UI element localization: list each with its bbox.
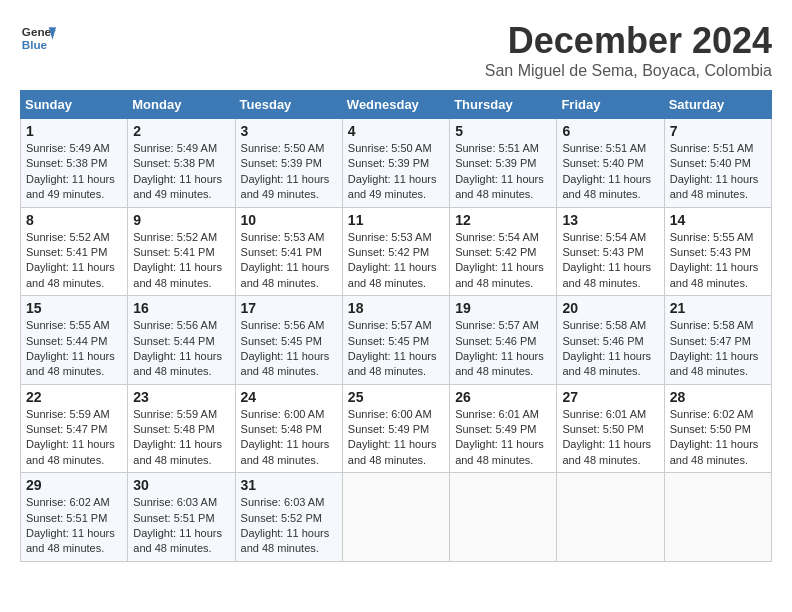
day-number: 21 [670,300,766,316]
calendar-cell: 9 Sunrise: 5:52 AMSunset: 5:41 PMDayligh… [128,207,235,296]
column-header-sunday: Sunday [21,91,128,119]
day-number: 4 [348,123,444,139]
calendar-cell: 1 Sunrise: 5:49 AMSunset: 5:38 PMDayligh… [21,119,128,208]
day-detail: Sunrise: 5:59 AMSunset: 5:48 PMDaylight:… [133,408,222,466]
column-header-friday: Friday [557,91,664,119]
calendar-cell: 21 Sunrise: 5:58 AMSunset: 5:47 PMDaylig… [664,296,771,385]
day-detail: Sunrise: 6:02 AMSunset: 5:51 PMDaylight:… [26,496,115,554]
day-number: 20 [562,300,658,316]
calendar-cell: 10 Sunrise: 5:53 AMSunset: 5:41 PMDaylig… [235,207,342,296]
day-detail: Sunrise: 5:59 AMSunset: 5:47 PMDaylight:… [26,408,115,466]
day-detail: Sunrise: 5:56 AMSunset: 5:44 PMDaylight:… [133,319,222,377]
day-detail: Sunrise: 5:57 AMSunset: 5:45 PMDaylight:… [348,319,437,377]
svg-text:Blue: Blue [22,38,48,51]
calendar-subtitle: San Miguel de Sema, Boyaca, Colombia [485,62,772,80]
day-detail: Sunrise: 5:51 AMSunset: 5:39 PMDaylight:… [455,142,544,200]
calendar-cell: 7 Sunrise: 5:51 AMSunset: 5:40 PMDayligh… [664,119,771,208]
logo: General Blue [20,20,56,56]
day-detail: Sunrise: 6:01 AMSunset: 5:49 PMDaylight:… [455,408,544,466]
day-detail: Sunrise: 6:00 AMSunset: 5:48 PMDaylight:… [241,408,330,466]
logo-icon: General Blue [20,20,56,56]
calendar-cell: 5 Sunrise: 5:51 AMSunset: 5:39 PMDayligh… [450,119,557,208]
calendar-cell: 3 Sunrise: 5:50 AMSunset: 5:39 PMDayligh… [235,119,342,208]
calendar-cell: 29 Sunrise: 6:02 AMSunset: 5:51 PMDaylig… [21,473,128,562]
day-detail: Sunrise: 6:03 AMSunset: 5:51 PMDaylight:… [133,496,222,554]
day-number: 31 [241,477,337,493]
calendar-cell: 23 Sunrise: 5:59 AMSunset: 5:48 PMDaylig… [128,384,235,473]
day-detail: Sunrise: 5:49 AMSunset: 5:38 PMDaylight:… [133,142,222,200]
day-detail: Sunrise: 6:02 AMSunset: 5:50 PMDaylight:… [670,408,759,466]
day-number: 10 [241,212,337,228]
day-number: 2 [133,123,229,139]
day-detail: Sunrise: 6:00 AMSunset: 5:49 PMDaylight:… [348,408,437,466]
calendar-cell: 31 Sunrise: 6:03 AMSunset: 5:52 PMDaylig… [235,473,342,562]
day-detail: Sunrise: 5:50 AMSunset: 5:39 PMDaylight:… [241,142,330,200]
calendar-week-3: 15 Sunrise: 5:55 AMSunset: 5:44 PMDaylig… [21,296,772,385]
calendar-cell: 22 Sunrise: 5:59 AMSunset: 5:47 PMDaylig… [21,384,128,473]
title-section: December 2024 San Miguel de Sema, Boyaca… [485,20,772,80]
calendar-cell: 30 Sunrise: 6:03 AMSunset: 5:51 PMDaylig… [128,473,235,562]
day-detail: Sunrise: 5:52 AMSunset: 5:41 PMDaylight:… [26,231,115,289]
calendar-cell: 8 Sunrise: 5:52 AMSunset: 5:41 PMDayligh… [21,207,128,296]
calendar-cell [342,473,449,562]
calendar-cell: 26 Sunrise: 6:01 AMSunset: 5:49 PMDaylig… [450,384,557,473]
calendar-week-4: 22 Sunrise: 5:59 AMSunset: 5:47 PMDaylig… [21,384,772,473]
calendar-cell: 6 Sunrise: 5:51 AMSunset: 5:40 PMDayligh… [557,119,664,208]
day-number: 12 [455,212,551,228]
calendar-cell: 16 Sunrise: 5:56 AMSunset: 5:44 PMDaylig… [128,296,235,385]
calendar-cell [664,473,771,562]
calendar-table: SundayMondayTuesdayWednesdayThursdayFrid… [20,90,772,562]
day-number: 6 [562,123,658,139]
day-detail: Sunrise: 5:50 AMSunset: 5:39 PMDaylight:… [348,142,437,200]
calendar-cell: 15 Sunrise: 5:55 AMSunset: 5:44 PMDaylig… [21,296,128,385]
day-detail: Sunrise: 5:49 AMSunset: 5:38 PMDaylight:… [26,142,115,200]
calendar-cell: 14 Sunrise: 5:55 AMSunset: 5:43 PMDaylig… [664,207,771,296]
day-detail: Sunrise: 5:55 AMSunset: 5:43 PMDaylight:… [670,231,759,289]
day-detail: Sunrise: 5:51 AMSunset: 5:40 PMDaylight:… [670,142,759,200]
calendar-cell: 27 Sunrise: 6:01 AMSunset: 5:50 PMDaylig… [557,384,664,473]
day-number: 19 [455,300,551,316]
day-number: 14 [670,212,766,228]
calendar-cell: 17 Sunrise: 5:56 AMSunset: 5:45 PMDaylig… [235,296,342,385]
calendar-week-2: 8 Sunrise: 5:52 AMSunset: 5:41 PMDayligh… [21,207,772,296]
calendar-week-5: 29 Sunrise: 6:02 AMSunset: 5:51 PMDaylig… [21,473,772,562]
calendar-cell: 11 Sunrise: 5:53 AMSunset: 5:42 PMDaylig… [342,207,449,296]
day-number: 16 [133,300,229,316]
day-detail: Sunrise: 5:56 AMSunset: 5:45 PMDaylight:… [241,319,330,377]
day-number: 8 [26,212,122,228]
day-detail: Sunrise: 6:03 AMSunset: 5:52 PMDaylight:… [241,496,330,554]
day-number: 17 [241,300,337,316]
column-header-wednesday: Wednesday [342,91,449,119]
day-number: 7 [670,123,766,139]
calendar-cell: 18 Sunrise: 5:57 AMSunset: 5:45 PMDaylig… [342,296,449,385]
day-detail: Sunrise: 5:57 AMSunset: 5:46 PMDaylight:… [455,319,544,377]
calendar-cell: 25 Sunrise: 6:00 AMSunset: 5:49 PMDaylig… [342,384,449,473]
calendar-cell: 2 Sunrise: 5:49 AMSunset: 5:38 PMDayligh… [128,119,235,208]
column-header-saturday: Saturday [664,91,771,119]
day-number: 26 [455,389,551,405]
day-number: 3 [241,123,337,139]
column-header-tuesday: Tuesday [235,91,342,119]
calendar-cell [450,473,557,562]
day-number: 29 [26,477,122,493]
day-number: 27 [562,389,658,405]
day-detail: Sunrise: 5:51 AMSunset: 5:40 PMDaylight:… [562,142,651,200]
day-number: 18 [348,300,444,316]
calendar-cell [557,473,664,562]
day-detail: Sunrise: 5:53 AMSunset: 5:41 PMDaylight:… [241,231,330,289]
calendar-cell: 20 Sunrise: 5:58 AMSunset: 5:46 PMDaylig… [557,296,664,385]
day-number: 28 [670,389,766,405]
column-header-monday: Monday [128,91,235,119]
day-number: 13 [562,212,658,228]
column-header-thursday: Thursday [450,91,557,119]
day-number: 11 [348,212,444,228]
day-number: 24 [241,389,337,405]
calendar-cell: 12 Sunrise: 5:54 AMSunset: 5:42 PMDaylig… [450,207,557,296]
calendar-cell: 24 Sunrise: 6:00 AMSunset: 5:48 PMDaylig… [235,384,342,473]
day-number: 22 [26,389,122,405]
day-detail: Sunrise: 5:52 AMSunset: 5:41 PMDaylight:… [133,231,222,289]
day-number: 30 [133,477,229,493]
calendar-cell: 4 Sunrise: 5:50 AMSunset: 5:39 PMDayligh… [342,119,449,208]
calendar-cell: 28 Sunrise: 6:02 AMSunset: 5:50 PMDaylig… [664,384,771,473]
page-header: General Blue December 2024 San Miguel de… [20,20,772,80]
